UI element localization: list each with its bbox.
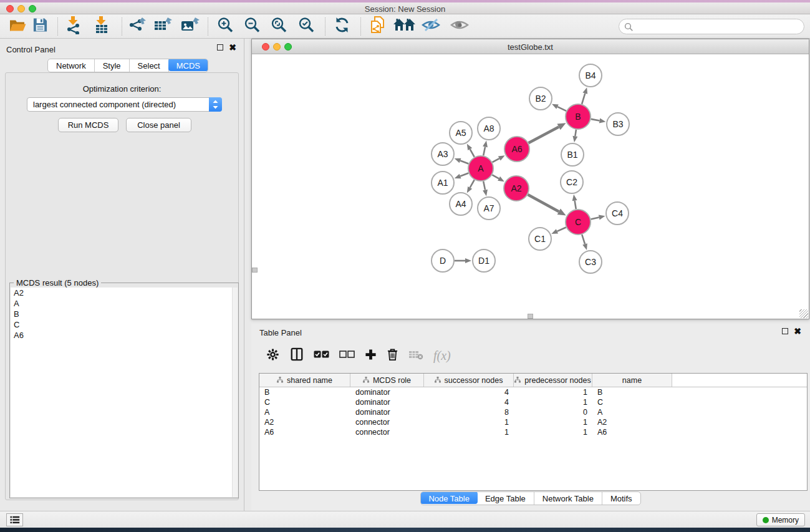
table-cell[interactable]: 8 <box>424 407 514 417</box>
import-table-icon[interactable] <box>93 16 110 37</box>
table-cell[interactable]: 1 <box>514 387 592 397</box>
table-cell[interactable]: A2 <box>259 417 350 427</box>
mcds-result-list[interactable]: A2ABCA6 <box>11 288 238 497</box>
table-row[interactable]: Bdominator41B <box>259 387 807 397</box>
table-cell[interactable]: B <box>259 387 350 397</box>
table-row[interactable]: A2connector11A2 <box>259 417 807 427</box>
column-header-predecessor-nodes[interactable]: predecessor nodes <box>514 374 592 387</box>
network-window-titlebar[interactable]: testGlobe.txt <box>252 39 809 54</box>
run-mcds-button[interactable]: Run MCDS <box>58 118 118 132</box>
table-cell[interactable]: dominator <box>350 407 424 417</box>
result-item[interactable]: A2 <box>11 288 238 298</box>
function-icon[interactable]: f(x) <box>433 349 451 363</box>
table-cell[interactable]: A2 <box>592 417 672 427</box>
table-cell[interactable]: 1 <box>514 427 592 437</box>
delete-icon[interactable] <box>387 347 398 364</box>
network-graph[interactable]: B4B2BB3A8A5A6A3B1AC2A1A2A4A7C4CC1DD1C3 <box>253 55 808 319</box>
duplicate-network-icon[interactable] <box>369 16 387 37</box>
column-header-name[interactable]: name <box>592 374 672 387</box>
edge-A-A4[interactable] <box>470 180 475 188</box>
show-eye-icon[interactable] <box>450 18 469 34</box>
zoom-in-icon[interactable] <box>217 17 234 36</box>
node-table[interactable]: shared nameMCDS rolesuccessor nodesprede… <box>259 373 808 491</box>
zoom-out-icon[interactable] <box>244 17 261 36</box>
select-all-icon[interactable] <box>314 350 329 361</box>
refresh-icon[interactable] <box>334 17 350 36</box>
edge-B-B3[interactable] <box>591 119 600 121</box>
task-history-button[interactable] <box>6 513 23 526</box>
result-scrollbar[interactable] <box>232 288 238 497</box>
zoom-selected-icon[interactable] <box>298 17 315 36</box>
edge-C-C2[interactable] <box>575 201 576 210</box>
canvas-left-knob[interactable] <box>252 268 258 273</box>
edge-C-C3[interactable] <box>582 235 585 244</box>
column-header-successor-nodes[interactable]: successor nodes <box>424 374 514 387</box>
result-item[interactable]: A <box>11 298 238 309</box>
columns-icon[interactable] <box>290 347 304 364</box>
table-cell[interactable]: dominator <box>350 397 424 407</box>
export-table-icon[interactable] <box>153 16 172 36</box>
table-cell[interactable]: 1 <box>514 397 592 407</box>
close-panel-button[interactable]: Close panel <box>126 118 191 132</box>
table-cell[interactable]: connector <box>350 417 424 427</box>
table-row[interactable]: Adominator80A <box>259 407 807 417</box>
table-cell[interactable]: 4 <box>424 387 514 397</box>
home-icon[interactable] <box>393 17 416 36</box>
search-input[interactable] <box>619 19 804 34</box>
memory-button[interactable]: Memory <box>756 513 805 526</box>
edge-A-A3[interactable] <box>460 161 468 164</box>
network-canvas[interactable]: B4B2BB3A8A5A6A3B1AC2A1A2A4A7C4CC1DD1C3 <box>253 55 808 319</box>
edge-A2-C[interactable] <box>528 195 559 211</box>
table-cell[interactable]: A6 <box>259 427 350 437</box>
edge-A-A7[interactable] <box>483 181 485 190</box>
table-cell[interactable]: 0 <box>514 407 592 417</box>
edge-B-B1[interactable] <box>575 130 576 137</box>
edge-A-A6[interactable] <box>493 158 499 162</box>
tab-edge-table[interactable]: Edge Table <box>477 492 534 505</box>
result-item[interactable]: C <box>11 319 238 330</box>
table-cell[interactable]: C <box>259 397 350 407</box>
table-row[interactable]: A6connector11A6 <box>259 427 807 437</box>
table-cell[interactable]: 1 <box>424 417 514 427</box>
float-table-panel-icon[interactable] <box>782 328 788 334</box>
table-row[interactable]: Cdominator41C <box>259 397 807 407</box>
tab-style[interactable]: Style <box>95 59 130 72</box>
float-panel-icon[interactable] <box>217 44 223 51</box>
edge-B-B4[interactable] <box>582 94 585 104</box>
edge-B-B2[interactable] <box>557 107 566 111</box>
hide-eye-icon[interactable] <box>422 17 441 35</box>
table-cell[interactable]: C <box>592 397 672 407</box>
canvas-bottom-knob[interactable] <box>528 314 533 319</box>
zoom-fit-icon[interactable] <box>271 17 287 36</box>
edge-C-C4[interactable] <box>591 218 599 220</box>
edge-C-C1[interactable] <box>557 227 566 231</box>
result-item[interactable]: B <box>11 309 238 319</box>
export-network-icon[interactable] <box>128 16 147 36</box>
tab-node-table[interactable]: Node Table <box>420 491 478 504</box>
open-icon[interactable] <box>9 17 27 36</box>
delete-table-icon[interactable] <box>408 349 423 362</box>
table-cell[interactable]: 1 <box>514 417 592 427</box>
table-cell[interactable]: A <box>259 407 350 417</box>
table-cell[interactable]: A6 <box>592 427 672 437</box>
tab-network[interactable]: Network <box>48 59 95 72</box>
column-header-shared-name[interactable]: shared name <box>259 374 350 387</box>
resize-grip-icon[interactable] <box>799 309 808 318</box>
edge-A-A8[interactable] <box>483 147 485 155</box>
tab-network-table[interactable]: Network Table <box>534 492 602 505</box>
edge-A-A5[interactable] <box>470 149 475 157</box>
export-image-icon[interactable] <box>180 16 200 36</box>
table-cell[interactable]: 1 <box>424 427 514 437</box>
table-cell[interactable]: B <box>592 387 672 397</box>
close-table-panel-icon[interactable]: ✖ <box>794 328 801 334</box>
save-icon[interactable] <box>32 17 48 36</box>
settings-gear-icon[interactable] <box>266 347 280 364</box>
tab-motifs[interactable]: Motifs <box>602 492 640 505</box>
criterion-dropdown[interactable]: largest connected component (directed) <box>27 97 222 112</box>
column-header-mcds-role[interactable]: MCDS role <box>350 374 424 387</box>
close-panel-icon[interactable]: ✖ <box>229 44 236 51</box>
table-cell[interactable]: A <box>592 407 672 417</box>
table-cell[interactable]: 4 <box>424 397 514 407</box>
deselect-all-icon[interactable] <box>339 350 355 361</box>
edge-A-A2[interactable] <box>492 175 499 178</box>
